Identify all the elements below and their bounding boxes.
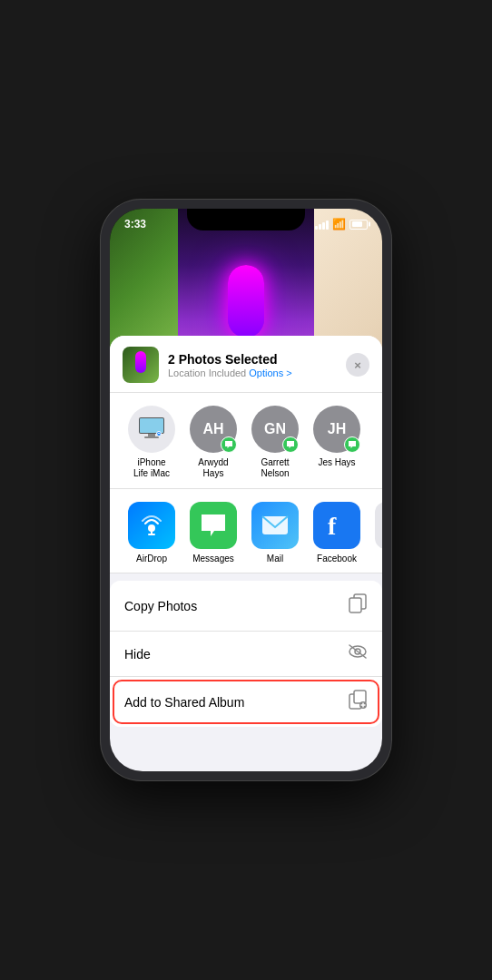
avatar-jh: JH [313, 406, 360, 453]
contact-name-jh: Jes Hays [318, 457, 355, 468]
contact-name-iphone-life-imac: iPhoneLife iMac [133, 457, 170, 479]
action-label-shared-album: Add to Shared Album [124, 695, 244, 710]
imac-icon [135, 416, 168, 443]
svg-rect-17 [354, 691, 366, 703]
avatar-mac [128, 406, 175, 453]
share-header: 2 Photos Selected Location Included Opti… [110, 336, 382, 393]
contact-jes-hays[interactable]: JH Jes Hays [306, 406, 368, 479]
options-link[interactable]: Options > [249, 368, 291, 378]
facebook-icon: f [313, 502, 360, 549]
contact-row: iPhoneLife iMac AH ArwyddHays GN [110, 393, 382, 489]
app-row: AirDrop Messages [110, 489, 382, 573]
app-name-mail: Mail [267, 554, 283, 564]
action-label-hide: Hide [124, 647, 151, 662]
share-title: 2 Photos Selected [168, 352, 337, 367]
avatar-gn: GN [251, 406, 299, 453]
wifi-icon: 📶 [332, 218, 346, 230]
share-subtitle: Location Included Options > [168, 368, 337, 378]
app-messages[interactable]: Messages [182, 502, 244, 564]
action-hide[interactable]: Hide [110, 632, 382, 677]
status-time: 3:33 [124, 218, 146, 230]
header-text-area: 2 Photos Selected Location Included Opti… [168, 352, 337, 378]
app-name-airdrop: AirDrop [136, 554, 167, 564]
shared-album-icon [348, 690, 368, 714]
battery-icon [349, 220, 368, 230]
app-airdrop[interactable]: AirDrop [121, 502, 182, 564]
signal-icon [315, 219, 329, 230]
action-add-to-shared-album[interactable]: Add to Shared Album [110, 677, 382, 727]
hide-icon [348, 644, 368, 663]
airdrop-icon [128, 502, 175, 549]
message-badge-gn [282, 436, 299, 453]
svg-rect-12 [349, 598, 361, 612]
svg-rect-2 [148, 434, 155, 436]
messages-icon [190, 502, 237, 549]
action-list: Copy Photos Hide [110, 581, 382, 727]
avatar-ah: AH [190, 406, 237, 453]
app-facebook[interactable]: f Facebook [306, 502, 368, 564]
contact-iphone-life-imac[interactable]: iPhoneLife iMac [121, 406, 182, 479]
close-button[interactable]: × [346, 353, 369, 377]
header-thumbnail [123, 347, 159, 383]
notch [187, 209, 305, 230]
action-label-copy: Copy Photos [124, 599, 197, 613]
svg-rect-1 [140, 418, 163, 433]
svg-text:f: f [328, 513, 337, 538]
svg-point-5 [148, 524, 155, 532]
message-badge-ah [221, 436, 237, 453]
contact-garrett-nelson[interactable]: GN GarrettNelson [244, 406, 306, 479]
app-name-messages: Messages [192, 554, 234, 564]
contact-arwydd-hays[interactable]: AH ArwyddHays [182, 406, 244, 479]
app-more[interactable]: ··· Me [368, 502, 382, 564]
status-icons: 📶 [315, 218, 368, 230]
share-sheet: 2 Photos Selected Location Included Opti… [110, 336, 382, 771]
phone-frame: 3:33 📶 ✓ [101, 200, 391, 780]
phone-screen: 3:33 📶 ✓ [110, 209, 382, 771]
app-name-facebook: Facebook [317, 554, 357, 564]
svg-rect-3 [144, 436, 159, 438]
contact-name-gn: GarrettNelson [261, 457, 289, 479]
mail-icon [251, 502, 299, 549]
message-badge-jh [344, 436, 360, 453]
action-copy-photos[interactable]: Copy Photos [110, 581, 382, 632]
more-icon: ··· [375, 502, 382, 549]
app-mail[interactable]: Mail [244, 502, 306, 564]
copy-icon [348, 593, 368, 618]
contact-name-ah: ArwyddHays [198, 457, 228, 479]
